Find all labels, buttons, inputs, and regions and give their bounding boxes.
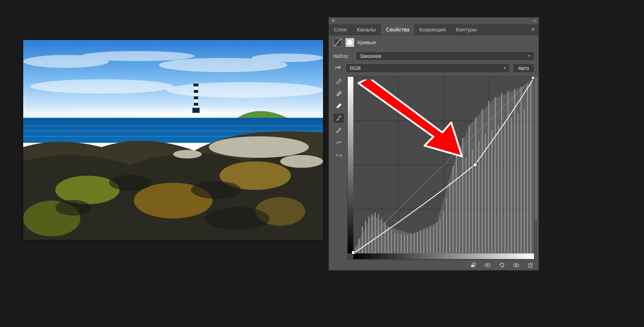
- chevron-down-icon: ▾: [504, 66, 506, 70]
- tab-paths[interactable]: Контуры: [451, 24, 482, 35]
- adjustment-type-title: Кривые: [357, 39, 376, 45]
- panel-scrollbar[interactable]: [534, 77, 537, 220]
- svg-rect-105: [471, 265, 474, 267]
- svg-rect-110: [529, 264, 532, 268]
- tab-adjustments[interactable]: Коррекция: [414, 24, 451, 35]
- svg-rect-39: [353, 253, 534, 259]
- preset-dropdown[interactable]: Заказная▾: [356, 51, 534, 61]
- curves-graph[interactable]: [347, 76, 534, 260]
- svg-point-25: [191, 181, 241, 199]
- preset-label: Набор:: [333, 53, 353, 59]
- curve-midpoint[interactable]: [473, 163, 477, 167]
- svg-point-26: [55, 200, 91, 216]
- auto-button[interactable]: Авто: [513, 64, 534, 73]
- svg-rect-15: [194, 96, 198, 99]
- curves-icon: [333, 38, 342, 47]
- chevron-down-icon: ▾: [528, 54, 530, 58]
- reset-icon[interactable]: [497, 261, 507, 270]
- svg-rect-38: [348, 77, 353, 253]
- panel-menu-icon[interactable]: ≡: [527, 26, 539, 32]
- svg-point-30: [173, 150, 202, 159]
- trash-icon[interactable]: [526, 261, 535, 270]
- curve-point-tool-icon[interactable]: [333, 113, 344, 124]
- clip-to-layer-icon[interactable]: [469, 261, 478, 270]
- svg-rect-16: [194, 103, 198, 106]
- svg-point-28: [209, 136, 309, 158]
- close-icon[interactable]: ×: [332, 17, 335, 24]
- eyedropper-white-icon[interactable]: [333, 101, 344, 111]
- tab-layers[interactable]: Слои: [329, 24, 352, 35]
- svg-point-19: [55, 176, 120, 204]
- collapse-icon[interactable]: ‹‹: [533, 18, 536, 23]
- eyedropper-gray-icon[interactable]: [333, 89, 344, 99]
- smooth-curve-icon[interactable]: [333, 137, 344, 148]
- svg-rect-12: [192, 108, 200, 113]
- svg-point-29: [280, 155, 323, 168]
- svg-rect-104: [532, 77, 534, 79]
- layer-mask-icon: [345, 38, 354, 47]
- svg-rect-14: [194, 90, 198, 93]
- panel-footer: [329, 260, 539, 270]
- svg-point-27: [205, 207, 270, 230]
- svg-rect-18: [195, 81, 197, 84]
- svg-point-4: [252, 54, 323, 62]
- visibility-icon[interactable]: [512, 261, 521, 270]
- svg-rect-17: [193, 84, 198, 86]
- targeted-adjustment-icon[interactable]: [333, 64, 343, 72]
- panel-tabs: Слои Каналы Свойства Коррекция Контуры ≡: [329, 24, 539, 35]
- svg-point-24: [109, 175, 152, 191]
- eyedropper-black-icon[interactable]: [333, 76, 344, 87]
- histogram-warning-icon[interactable]: !: [333, 149, 344, 160]
- tab-properties[interactable]: Свойства: [381, 24, 414, 35]
- svg-point-5: [30, 79, 173, 94]
- tab-channels[interactable]: Каналы: [352, 24, 381, 35]
- pencil-tool-icon[interactable]: [333, 125, 344, 136]
- svg-rect-103: [352, 251, 355, 254]
- view-previous-icon[interactable]: [483, 261, 492, 270]
- properties-panel: × ‹‹ Слои Каналы Свойства Коррекция Конт…: [328, 17, 539, 271]
- svg-point-109: [515, 265, 517, 266]
- svg-point-2: [80, 51, 195, 61]
- channel-dropdown[interactable]: RGB▾: [346, 64, 510, 73]
- document-canvas[interactable]: [23, 40, 323, 240]
- svg-point-107: [487, 265, 488, 266]
- svg-point-6: [166, 82, 323, 98]
